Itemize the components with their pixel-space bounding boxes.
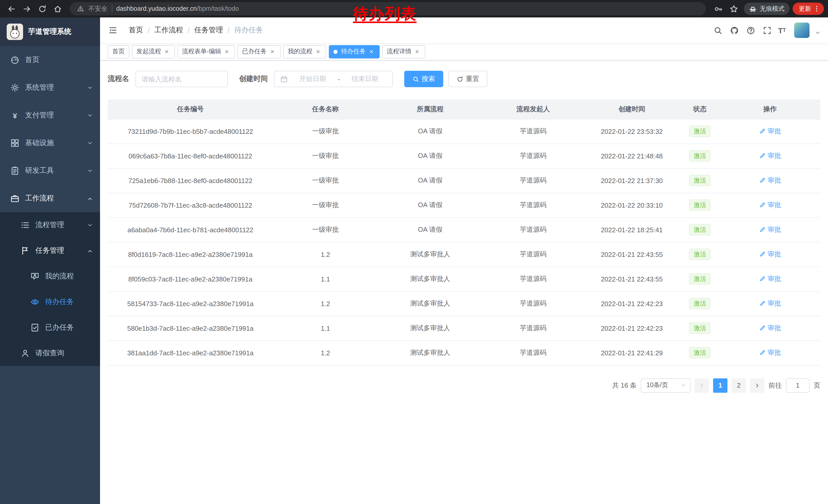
breadcrumb-separator: /	[228, 26, 230, 34]
tab-todo-tasks[interactable]: 待办任务×	[329, 45, 380, 58]
sidebar-item-label: 待办任务	[45, 297, 74, 307]
search-button[interactable]: 搜索	[404, 71, 443, 87]
cell-action: 审批	[720, 193, 820, 217]
font-size-icon[interactable]: TT	[778, 25, 786, 36]
approve-link[interactable]: 审批	[759, 176, 781, 185]
sidebar-item-done-tasks[interactable]: 已办任务	[0, 315, 100, 340]
sidebar-item-task-management[interactable]: 任务管理	[0, 238, 100, 264]
github-icon[interactable]	[729, 25, 740, 36]
sidebar-item-workflow[interactable]: 工作流程	[0, 185, 100, 212]
sidebar-item-infrastructure[interactable]: 基础设施	[0, 129, 100, 157]
date-range-input[interactable]: 开始日期 - 结束日期	[274, 71, 393, 87]
page-size-value: 10条/页	[647, 381, 668, 390]
home-icon[interactable]	[50, 2, 65, 16]
cell-action: 审批	[720, 242, 820, 267]
sidebar-item-label: 研发工具	[25, 166, 54, 175]
gear-icon	[10, 83, 19, 92]
goto-page-input[interactable]	[786, 378, 810, 393]
sidebar-item-payment-management[interactable]: ¥ 支付管理	[0, 101, 100, 129]
cell-action: 审批	[720, 267, 820, 291]
status-badge: 激活	[689, 273, 710, 284]
menu-fold-icon[interactable]	[100, 17, 126, 43]
breadcrumb-item-home[interactable]: 首页	[129, 26, 143, 35]
sidebar-item-my-processes[interactable]: 我的流程	[0, 264, 100, 289]
edit-icon	[759, 128, 766, 135]
cell-task-id: 381aa1dd-7ac8-11ec-a9e2-a2380e71991a	[108, 340, 273, 365]
close-icon[interactable]: ×	[223, 48, 230, 55]
column-header-task-id: 任务编号	[108, 99, 273, 119]
cell-initiator: 芋道源码	[483, 340, 584, 365]
column-header-actions: 操作	[720, 99, 820, 119]
menu-dots-icon[interactable]	[813, 5, 820, 12]
next-page-button[interactable]	[750, 378, 764, 393]
close-icon[interactable]: ×	[368, 48, 375, 55]
cell-initiator: 芋道源码	[483, 168, 584, 193]
breadcrumb-item-task-management[interactable]: 任务管理	[195, 26, 223, 35]
sidebar-item-system-management[interactable]: 系统管理	[0, 74, 100, 101]
refresh-icon[interactable]	[35, 2, 49, 16]
approve-link[interactable]: 审批	[759, 250, 781, 259]
approve-link[interactable]: 审批	[759, 348, 781, 357]
approve-link[interactable]: 审批	[759, 151, 781, 161]
tab-process-detail[interactable]: 流程详情×	[382, 45, 425, 58]
approve-link[interactable]: 审批	[759, 324, 781, 333]
key-icon[interactable]	[711, 2, 726, 16]
breadcrumb-item-workflow[interactable]: 工作流程	[155, 26, 183, 35]
tab-form-edit[interactable]: 流程表单-编辑×	[177, 45, 235, 58]
sidebar-item-leave-query[interactable]: 请假查询	[0, 340, 100, 366]
chevron-up-icon	[87, 248, 93, 254]
approve-link[interactable]: 审批	[759, 299, 781, 308]
flag-icon	[20, 246, 30, 255]
tab-start-process[interactable]: 发起流程×	[132, 45, 175, 58]
breadcrumb: 首页 / 工作流程 / 任务管理 / 待办任务	[129, 26, 263, 35]
sidebar-item-label: 基础设施	[25, 138, 54, 148]
chevron-down-icon[interactable]	[815, 30, 821, 36]
reset-button[interactable]: 重置	[448, 71, 487, 87]
sidebar-item-home[interactable]: 首页	[0, 46, 100, 74]
cell-created: 2022-01-22 20:33:10	[584, 193, 680, 217]
forward-icon[interactable]	[19, 2, 34, 16]
status-badge: 激活	[689, 199, 710, 211]
approve-label: 审批	[768, 274, 781, 283]
avatar[interactable]	[794, 22, 810, 38]
close-icon[interactable]: ×	[269, 48, 276, 55]
approve-link[interactable]: 审批	[759, 274, 781, 283]
sidebar-item-todo-tasks[interactable]: 待办任务	[0, 289, 100, 315]
page-size-select[interactable]: 10条/页	[641, 378, 691, 393]
close-icon[interactable]: ×	[163, 48, 170, 55]
fullscreen-icon[interactable]	[761, 25, 773, 36]
approve-link[interactable]: 审批	[759, 200, 781, 210]
page-button-2[interactable]: 2	[732, 378, 746, 393]
process-name-input[interactable]	[135, 71, 228, 87]
approve-link[interactable]: 审批	[759, 225, 781, 234]
status-badge: 激活	[689, 126, 710, 137]
close-icon[interactable]: ×	[315, 48, 322, 55]
tab-my-processes[interactable]: 我的流程×	[283, 45, 326, 58]
approve-label: 审批	[768, 348, 781, 357]
sidebar-item-dev-tools[interactable]: 研发工具	[0, 157, 100, 185]
cell-created: 2022-01-21 22:43:55	[584, 242, 680, 267]
back-icon[interactable]	[4, 2, 18, 16]
reset-button-label: 重置	[466, 74, 479, 84]
cell-task-id: 75d72608-7b7f-11ec-a3c8-acde48001122	[108, 193, 273, 217]
search-icon[interactable]	[712, 25, 723, 36]
close-icon[interactable]: ×	[413, 48, 421, 55]
prev-page-button[interactable]	[695, 378, 709, 393]
tab-label: 首页	[112, 47, 125, 56]
update-button[interactable]: 更新	[793, 3, 824, 15]
page-button-1[interactable]: 1	[713, 378, 728, 393]
sidebar: 芋道管理系统 首页 系统管理 ¥ 支付管理	[0, 17, 100, 504]
tab-label: 流程详情	[387, 47, 411, 56]
tab-home[interactable]: 首页	[108, 45, 129, 58]
tab-done-tasks[interactable]: 已办任务×	[238, 45, 281, 58]
star-icon[interactable]	[727, 2, 741, 16]
column-header-process: 所属流程	[378, 99, 483, 119]
cell-action: 审批	[720, 217, 820, 242]
cell-task-name: 1.1	[273, 316, 378, 340]
help-icon[interactable]	[745, 25, 756, 36]
approve-link[interactable]: 审批	[759, 127, 781, 136]
navbar-tools: TT	[712, 22, 821, 38]
sidebar-item-process-management[interactable]: 流程管理	[0, 212, 100, 238]
cell-initiator: 芋道源码	[483, 217, 584, 242]
refresh-icon	[457, 76, 463, 82]
